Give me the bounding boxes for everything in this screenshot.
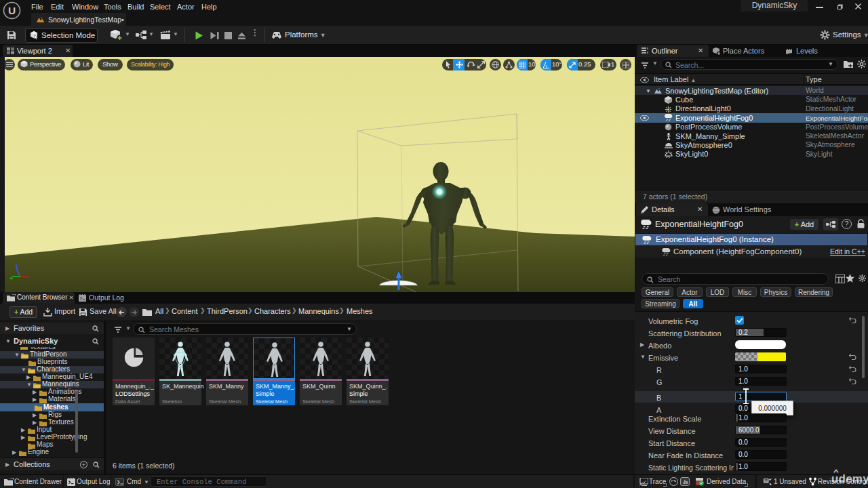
svg-text:✳: ✳ — [9, 276, 14, 281]
svg-text:U: U — [8, 5, 16, 16]
